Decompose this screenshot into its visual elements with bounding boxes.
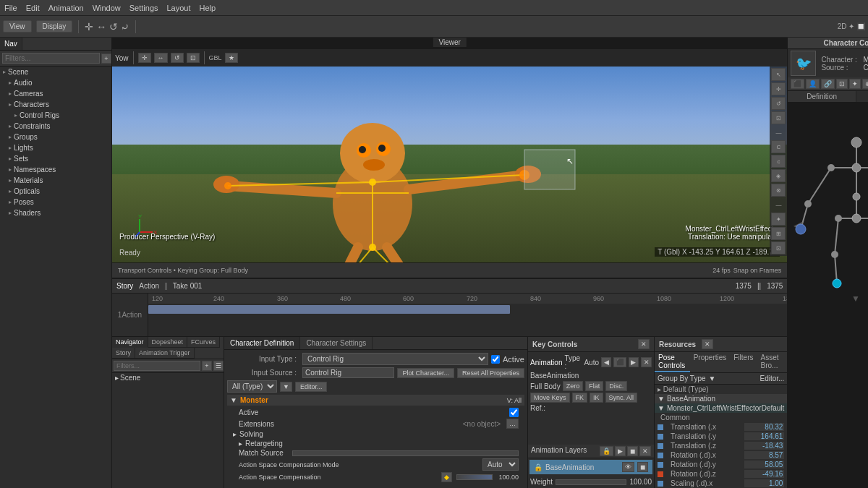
tree-item-audio[interactable]: ▸ Audio (0, 77, 111, 88)
viewer-tool-scale[interactable]: ⊡ (187, 53, 200, 63)
nav-filter-menu[interactable]: ☰ (213, 361, 224, 371)
vtool-magnet[interactable]: ⊗ (771, 184, 786, 197)
key-next-btn[interactable]: ▶ (629, 357, 639, 367)
vtool-select[interactable]: ↖ (771, 68, 786, 81)
key-panel-close[interactable]: ✕ (638, 339, 650, 349)
tree-item-shaders[interactable]: ▸ Shaders (0, 207, 111, 218)
action-space-key-btn[interactable]: ◆ (441, 472, 452, 482)
fk-btn[interactable]: FK (572, 393, 588, 403)
ctrl-tab-controls[interactable]: Controls (856, 91, 868, 102)
viewer-tool-rotate[interactable]: ↺ (171, 53, 184, 63)
vtool-move[interactable]: ✛ (771, 82, 786, 95)
plot-char-btn[interactable]: Plot Character... (397, 368, 454, 378)
layer-vis-btn[interactable]: 👁 (622, 462, 634, 472)
timeline-track[interactable]: 120 240 360 480 600 720 840 960 1080 120… (148, 294, 787, 336)
tree-item-opticals[interactable]: ▸ Opticals (0, 186, 111, 197)
active-prop-check[interactable] (509, 408, 519, 417)
menu-window[interactable]: Window (93, 4, 121, 12)
nav-tab-navigator-bottom[interactable]: Navigator (112, 337, 148, 348)
tree-item-poses[interactable]: ▸ Poses (0, 197, 111, 207)
nav-filter-input[interactable] (114, 361, 200, 371)
extensions-btn[interactable]: … (506, 419, 519, 429)
base-anim-section[interactable]: ▼ BaseAnimation (655, 394, 787, 403)
ctrl-tool-6[interactable]: ⊕ (862, 79, 868, 89)
tree-item-cameras[interactable]: ▸ Cameras (0, 88, 111, 99)
nav-tab-navigator[interactable]: Nav (0, 38, 22, 50)
tree-item-characters[interactable]: ▸ Characters (0, 99, 111, 110)
viewer-tool-select[interactable]: ↔ (154, 53, 168, 63)
type-dropdown-btn[interactable]: ▼ (280, 382, 292, 392)
all-type-select[interactable]: All (Type) (227, 380, 277, 393)
res-tab-pose[interactable]: Pose Controls (655, 352, 690, 372)
zero-btn[interactable]: Zero (563, 381, 584, 391)
action-tab[interactable]: Action (139, 282, 159, 290)
res-tab-asset[interactable]: Asset Bro... (757, 352, 788, 372)
tree-item-lights[interactable]: ▸ Lights (0, 142, 111, 153)
base-animation-layer[interactable]: 🔒 BaseAnimation 👁 ◼ (529, 460, 652, 474)
vtool-c1[interactable]: C (771, 140, 786, 153)
res-editor-btn-label[interactable]: Editor... (760, 374, 784, 382)
monster-section[interactable]: ▼ Monster V: All (227, 395, 524, 406)
vtool-star[interactable]: ✦ (771, 213, 786, 226)
filter-btn-1[interactable]: + (101, 53, 111, 64)
tree-item-sets[interactable]: ▸ Sets (0, 153, 111, 164)
nav-tab-fcurves[interactable]: FCurves (187, 337, 220, 348)
res-tab-props[interactable]: Properties (690, 352, 731, 372)
nav-tab-anim-trigger[interactable]: Animation Trigger (135, 348, 195, 359)
menu-layout[interactable]: Layout (167, 4, 191, 12)
tree-item-namespaces[interactable]: ▸ Namespaces (0, 164, 111, 175)
tree-item-control-rigs[interactable]: ▸ Control Rigs (0, 110, 111, 121)
menu-edit[interactable]: Edit (26, 4, 40, 12)
anim-layer-btn-close[interactable]: ✕ (639, 446, 651, 456)
move-keys-btn[interactable]: Move Keys (530, 393, 570, 403)
filter-input[interactable] (2, 53, 100, 64)
tree-item-materials[interactable]: ▸ Materials (0, 175, 111, 186)
nav-tab-story[interactable]: Story (112, 348, 135, 359)
key-add-btn[interactable]: ⬛ (613, 357, 626, 367)
reset-props-btn[interactable]: Reset All Properties (457, 368, 524, 378)
nav-filter-plus[interactable]: + (202, 361, 212, 371)
nav-tree-scene[interactable]: ▸ Scene (112, 373, 224, 382)
vtool-rotate[interactable]: ↺ (771, 97, 786, 110)
view-button[interactable]: View (3, 20, 32, 33)
editor-btn[interactable]: Editor... (295, 382, 328, 392)
ctrl-tool-4[interactable]: ⊡ (836, 79, 848, 89)
vtool-c2[interactable]: c (771, 155, 786, 168)
nav-tab-dopesheet[interactable]: Dopesheet (148, 337, 188, 348)
menu-animation[interactable]: Animation (48, 4, 84, 12)
tree-item-groups[interactable]: ▸ Groups (0, 132, 111, 142)
tree-item-scene[interactable]: ▸ Scene (0, 67, 111, 77)
res-close-btn[interactable]: ✕ (702, 339, 713, 349)
anim-layer-btn-1[interactable]: 🔒 (600, 446, 613, 456)
action-space-mode-select[interactable]: Auto (482, 458, 519, 471)
skeleton-view[interactable]: ◀ ▶ ▼ (788, 103, 868, 488)
char-tab-settings[interactable]: Character Settings (300, 337, 373, 349)
display-button[interactable]: Display (36, 20, 73, 33)
key-del-btn[interactable]: ✕ (641, 357, 652, 367)
ctrl-tool-1[interactable]: ⬛ (791, 79, 804, 89)
vtool-grid[interactable]: ⊞ (771, 227, 786, 240)
key-prev-btn[interactable]: ◀ (601, 357, 611, 367)
weight-slider[interactable] (556, 479, 626, 485)
flat-btn[interactable]: Flat (585, 381, 603, 391)
story-tab[interactable]: Story (116, 282, 133, 290)
ik-btn[interactable]: IK (590, 393, 603, 403)
ctrl-tool-5[interactable]: ✦ (849, 79, 861, 89)
ctrl-tool-2[interactable]: 👤 (806, 79, 820, 89)
anim-tab-label[interactable]: Animation (530, 359, 562, 367)
viewer-render-btn[interactable]: ★ (225, 53, 238, 63)
disc-btn[interactable]: Disc. (605, 381, 627, 391)
anim-layer-btn-3[interactable]: ◼ (627, 446, 638, 456)
anim-layer-btn-2[interactable]: ▶ (615, 446, 626, 456)
vtool-c3[interactable]: ◈ (771, 169, 786, 182)
vtool-cam[interactable]: ⊡ (771, 241, 786, 254)
tree-item-constraints[interactable]: ▸ Constraints (0, 121, 111, 132)
menu-help[interactable]: Help (200, 4, 216, 12)
active-checkbox[interactable] (491, 355, 500, 364)
res-tab-filters[interactable]: Filters (730, 352, 757, 372)
monster-effector-section[interactable]: ▼ Monster_CtrlLeftWristEffectorDefault (655, 403, 787, 413)
menu-file[interactable]: File (4, 4, 17, 12)
viewer-tool-move[interactable]: ✛ (138, 53, 151, 63)
input-type-select[interactable]: Control Rig (302, 353, 488, 365)
ctrl-tool-3[interactable]: 🔗 (821, 79, 835, 89)
